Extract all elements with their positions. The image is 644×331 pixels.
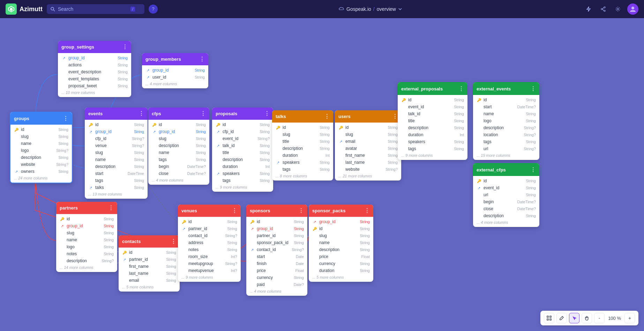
table-header-contacts[interactable]: contacts ⋮	[119, 235, 180, 248]
table-partners[interactable]: partners ⋮ 🔑idString ↗group_idString slu…	[56, 202, 117, 272]
table-menu-dots[interactable]: ⋮	[298, 207, 304, 214]
table-row[interactable]: ↗speakersString	[272, 159, 333, 166]
table-row[interactable]: ↗emailString	[335, 138, 401, 145]
table-row[interactable]: ↗cfp_idString	[212, 128, 273, 135]
table-row[interactable]: startDate	[246, 253, 307, 260]
hand-button[interactable]	[582, 313, 592, 323]
table-menu-dots[interactable]: ⋮	[364, 207, 370, 214]
table-header-group-members[interactable]: group_members ⋮	[142, 53, 208, 65]
table-row[interactable]: emailString	[119, 277, 180, 284]
table-group-settings[interactable]: group_settings ⋮ ↗ group_id String actio…	[58, 41, 131, 97]
table-row[interactable]: ↗talksString	[85, 184, 148, 191]
table-row[interactable]: first_nameString	[119, 263, 180, 270]
table-row[interactable]: 🔑idString	[56, 215, 117, 222]
table-header-cfps[interactable]: cfps ⋮	[148, 108, 209, 120]
table-row[interactable]: ↗partner_idString	[178, 225, 241, 232]
table-header-external-cfps[interactable]: external_cfps ⋮	[473, 164, 539, 176]
table-row[interactable]: descriptionString	[473, 212, 539, 219]
table-row[interactable]: nameString	[148, 149, 209, 156]
table-row[interactable]: event_idString?	[212, 135, 273, 142]
table-header-venues[interactable]: venues ⋮	[178, 205, 241, 217]
table-row[interactable]: descriptionString?	[56, 257, 117, 264]
table-menu-dots[interactable]: ⋮	[200, 110, 206, 117]
table-row[interactable]: descriptionString	[10, 154, 72, 161]
table-row[interactable]: 🔑idString	[473, 177, 539, 184]
zoom-out-button[interactable]: -	[594, 313, 605, 323]
table-row[interactable]: nameString	[56, 236, 117, 243]
table-row[interactable]: nameString	[85, 156, 148, 163]
table-row[interactable]: slugString	[148, 135, 209, 142]
table-row[interactable]: ↗ group_id String	[58, 54, 131, 61]
help-button[interactable]: ?	[149, 5, 158, 14]
table-row[interactable]: ↗group_idString	[309, 218, 373, 225]
table-row[interactable]: ↗contact_idString?	[246, 246, 307, 253]
table-header-proposals[interactable]: proposals ⋮	[212, 108, 273, 120]
table-row[interactable]: currencyString	[309, 260, 373, 267]
table-users[interactable]: users ⋮ 🔑idString slugString ↗emailStrin…	[335, 110, 401, 181]
table-header-sponsor-packs[interactable]: sponsor_packs ⋮	[309, 205, 373, 217]
canvas[interactable]: group_settings ⋮ ↗ group_id String actio…	[0, 18, 644, 331]
table-row[interactable]: nameString	[309, 239, 373, 246]
table-header-external-events[interactable]: external_events ⋮	[473, 83, 539, 95]
table-menu-dots[interactable]: ⋮	[530, 167, 536, 173]
table-menu-dots[interactable]: ⋮	[122, 44, 128, 50]
table-menu-dots[interactable]: ⋮	[63, 115, 68, 122]
table-row[interactable]: durationInt	[272, 152, 333, 159]
table-row[interactable]: descriptionString	[148, 142, 209, 149]
table-row[interactable]: tagsString	[85, 177, 148, 184]
table-sponsors[interactable]: sponsors ⋮ 🔑idString ↗group_idString par…	[246, 205, 307, 296]
table-row[interactable]: paidDate?	[246, 281, 307, 288]
table-menu-dots[interactable]: ⋮	[232, 207, 237, 214]
table-header-group-settings[interactable]: group_settings ⋮	[58, 41, 131, 53]
table-external-proposals[interactable]: external_proposals ⋮ 🔑idString event_idS…	[398, 82, 467, 160]
table-row[interactable]: 🔑idString	[178, 218, 241, 225]
table-row[interactable]: 🔑idString	[309, 225, 373, 232]
table-row[interactable]: tagsString	[212, 177, 273, 184]
project-name[interactable]: Gospeak.io	[346, 6, 371, 12]
table-row[interactable]: ↗group_idString	[148, 128, 209, 135]
table-row[interactable]: last_nameString	[119, 270, 180, 277]
table-row[interactable]: ↗group_idString	[85, 128, 148, 135]
table-row[interactable]: actionsString	[58, 61, 131, 68]
table-row[interactable]: titleString	[398, 117, 467, 124]
table-row[interactable]: sponsor_pack_idString	[246, 239, 307, 246]
table-cfps[interactable]: cfps ⋮ 🔑idString ↗group_idString slugStr…	[148, 108, 209, 185]
table-row[interactable]: ↗group_idString	[56, 222, 117, 229]
table-row[interactable]: tagsString	[473, 138, 539, 145]
view-name[interactable]: overview	[377, 6, 396, 12]
table-row[interactable]: descriptionString?	[473, 124, 539, 131]
table-row[interactable]: titleString	[212, 149, 273, 156]
table-row[interactable]: 🔑idString	[212, 121, 273, 128]
table-row[interactable]: websiteString?	[10, 161, 72, 168]
table-row[interactable]: avatarString	[335, 145, 401, 152]
table-row[interactable]: 🔑idString	[148, 121, 209, 128]
table-row[interactable]: ↗ group_id String	[142, 67, 208, 74]
lightning-button[interactable]	[583, 4, 594, 14]
table-group-members[interactable]: group_members ⋮ ↗ group_id String ↗ user…	[142, 53, 208, 88]
table-proposals[interactable]: proposals ⋮ 🔑idString ↗cfp_idString even…	[212, 108, 273, 192]
table-row[interactable]: speakersString	[398, 138, 467, 145]
table-row[interactable]: ↗ user_id String	[142, 74, 208, 81]
cursor-button[interactable]	[569, 313, 579, 323]
table-row[interactable]: closeDateTime?	[148, 170, 209, 177]
table-row[interactable]: event_descriptionString	[58, 68, 131, 75]
table-row[interactable]: contact_idString?	[178, 232, 241, 239]
table-row[interactable]: descriptionString	[212, 156, 273, 163]
table-sponsor-packs[interactable]: sponsor_packs ⋮ ↗group_idString 🔑idStrin…	[309, 205, 373, 282]
table-row[interactable]: slugString	[335, 131, 401, 138]
table-row[interactable]: partner_idString	[246, 232, 307, 239]
table-row[interactable]: ↗partner_idString	[119, 256, 180, 263]
table-header-groups[interactable]: groups ⋮	[10, 112, 72, 125]
share-button[interactable]	[598, 4, 608, 14]
table-row[interactable]: durationInt	[212, 163, 273, 170]
table-row[interactable]: tagsString	[272, 166, 333, 173]
table-row[interactable]: last_nameString	[335, 159, 401, 166]
table-menu-dots[interactable]: ⋮	[108, 205, 114, 211]
table-row[interactable]: slugString	[272, 131, 333, 138]
table-row[interactable]: durationString	[309, 267, 373, 274]
table-row[interactable]: logoString?	[10, 147, 72, 154]
table-row[interactable]: nameString	[10, 140, 72, 147]
table-menu-dots[interactable]: ⋮	[264, 110, 270, 117]
table-row[interactable]: slugString	[85, 149, 148, 156]
search-input[interactable]	[58, 6, 128, 12]
